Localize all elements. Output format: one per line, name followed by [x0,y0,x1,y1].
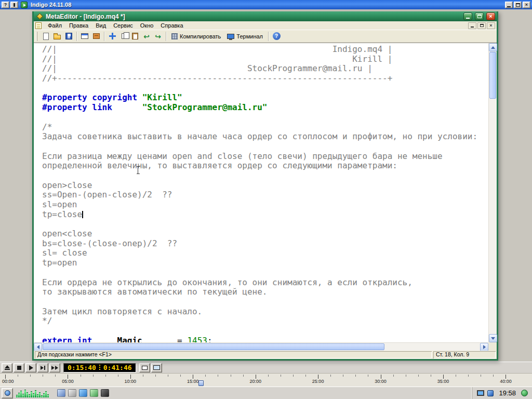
code-line-20[interactable]: open<close [42,229,488,239]
eject-button[interactable] [2,363,12,373]
mdi-restore-button[interactable] [477,22,486,29]
player-timeline[interactable]: 00:0005:0010:0015:0020:0025:0030:0035:00… [0,373,532,387]
spectrum-bar [29,394,30,397]
reference-button[interactable] [90,31,102,42]
toolbar-grip[interactable] [36,32,37,41]
new-file-icon [43,33,49,40]
spectrum-bar [22,394,24,397]
terminal-button[interactable]: Терминал [224,31,266,42]
code-line-17[interactable]: sl=open [42,200,488,210]
metaquotes-logo-icon [36,13,43,20]
scroll-left-button[interactable] [34,343,42,351]
code-line-29[interactable]: */ [42,316,488,326]
player-help-button[interactable]: ? [2,2,9,8]
play-button[interactable] [25,363,36,373]
quicklaunch-icon-2[interactable] [68,389,76,397]
zoom-1to1-button[interactable] [139,363,150,373]
document-icon [35,22,42,29]
code-line-5[interactable] [42,84,488,94]
tray-display-icon[interactable] [477,390,484,396]
code-line-18[interactable]: tp=close [42,210,488,220]
code-editor[interactable]: //| Indigo.mq4 |//| Kirill |//| StockPro… [34,43,488,342]
code-line-26[interactable]: то закрываются автоматически по текущей … [42,287,488,297]
metaeditor-maximize-button[interactable] [475,12,484,20]
quicklaunch-icon-1[interactable] [57,389,65,397]
save-button[interactable] [63,31,74,42]
menu-item-help[interactable]: Справка [157,22,187,29]
quicklaunch-icon-3[interactable] [79,389,87,397]
vertical-scrollbar[interactable] [488,43,497,342]
quicklaunch-icon-4[interactable] [90,389,98,397]
undo-button[interactable]: ↩ [141,31,152,42]
help-icon: ? [273,32,281,40]
code-line-30[interactable] [42,326,488,336]
code-line-4[interactable]: //+-------------------------------------… [42,74,488,84]
quicklaunch-icon-5[interactable] [101,389,109,397]
code-line-27[interactable] [42,297,488,307]
tray-app-icon[interactable] [487,390,494,396]
code-line-13[interactable]: определенной велечины, то выставляется о… [42,161,488,171]
code-line-23[interactable]: tp=open [42,258,488,268]
code-line-16[interactable]: ss=Open-(open-close)/2 ?? [42,190,488,200]
vertical-scroll-thumb[interactable] [489,52,496,99]
stop-button[interactable] [14,363,24,373]
code-line-6[interactable]: #property copyright "Kirill" [42,93,488,103]
menu-item-view[interactable]: Вид [92,22,110,29]
code-line-11[interactable] [42,142,488,152]
horizontal-scrollbar[interactable] [34,342,488,351]
code-line-12[interactable]: Если разница между ценами open and close… [42,152,488,162]
scroll-up-button[interactable] [489,43,497,51]
compile-button[interactable]: Компилировать [168,31,224,42]
code-line-25[interactable]: Если ордера не открылись до окончания, т… [42,278,488,288]
metaeditor-close-button[interactable]: × [486,12,495,20]
new-file-button[interactable] [40,31,51,42]
fast-forward-button[interactable] [49,363,60,373]
metaeditor-minimize-button[interactable] [463,12,472,20]
code-line-28[interactable]: Затем цикл повторяется с начало. [42,307,488,317]
code-line-24[interactable] [42,268,488,278]
code-line-19[interactable] [42,219,488,229]
mdi-minimize-button[interactable] [468,22,476,29]
window-view-button[interactable] [79,31,90,42]
move-button[interactable] [107,31,118,42]
menu-item-edit[interactable]: Правка [65,22,92,29]
code-line-15[interactable]: open>close [42,181,488,191]
horizontal-scroll-track[interactable] [42,343,480,351]
code-line-21[interactable]: bs=close-(close-onep)/2 ?? [42,239,488,249]
help-button[interactable]: ? [271,31,282,42]
code-line-22[interactable]: sl= close [42,248,488,258]
code-line-7[interactable]: #property link "StockProgrammer@mail.ru" [42,103,488,113]
player-pin-button[interactable] [10,2,18,8]
open-file-button[interactable] [51,31,63,42]
spectrum-bar [16,395,18,397]
scroll-down-button[interactable] [489,334,497,342]
player-minimize-button[interactable] [505,2,513,8]
code-line-3[interactable]: //| StockProgrammer@mail.ru | [42,64,488,74]
tray-status-icon[interactable] [521,390,528,396]
scroll-right-button[interactable] [480,343,488,351]
menu-item-tools[interactable]: Сервис [110,22,137,29]
code-line-10[interactable]: Задача советника выставить в начале часа… [42,132,488,142]
code-line-2[interactable]: //| Kirill | [42,55,488,64]
mdi-close-button[interactable]: × [487,22,495,29]
text-caret [82,211,83,218]
copy-button[interactable] [118,31,129,42]
vertical-scroll-track[interactable] [489,51,497,334]
horizontal-scroll-thumb[interactable] [43,343,384,350]
redo-button[interactable]: ↪ [152,31,164,42]
paste-button[interactable] [129,31,141,42]
step-forward-button[interactable] [37,363,48,373]
code-line-1[interactable]: //| Indigo.mq4 | [42,45,488,55]
player-maximize-button[interactable] [514,2,522,8]
step-icon [41,366,44,370]
taskbar-app-button[interactable] [2,388,13,398]
menu-item-window[interactable]: Окно [137,22,157,29]
code-line-14[interactable] [42,171,488,181]
menu-item-file[interactable]: Файл [44,22,65,29]
fullscreen-button[interactable] [151,363,162,373]
code-line-8[interactable] [42,113,488,123]
code-line-9[interactable]: /* [42,123,488,132]
player-close-button[interactable]: × [523,2,530,8]
code-line-31[interactable]: extern int Magic = 1453; [42,336,488,342]
playhead-marker[interactable] [198,380,204,386]
